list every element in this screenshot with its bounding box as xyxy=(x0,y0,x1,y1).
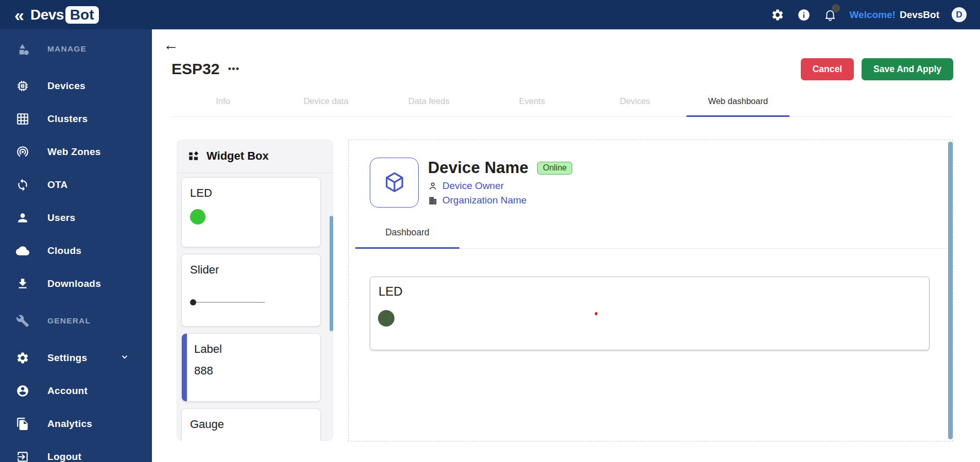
status-badge: Online xyxy=(537,162,572,175)
pages-icon xyxy=(15,417,29,431)
download-icon xyxy=(15,277,29,291)
canvas-scrollbar[interactable] xyxy=(948,142,953,439)
avatar[interactable]: D xyxy=(952,7,967,22)
device-header: Device Name Online Device Owner Organiza… xyxy=(370,158,953,208)
brand-logo[interactable]: Devs Bot xyxy=(30,6,99,24)
broadcast-icon xyxy=(15,145,29,159)
widget-card-gauge[interactable]: Gauge xyxy=(181,408,321,441)
sidebar-item-clusters[interactable]: Clusters xyxy=(0,102,152,135)
device-owner-link[interactable]: Device Owner xyxy=(442,180,504,192)
page-title: ESP32 xyxy=(171,60,219,78)
sidebar-item-settings[interactable]: Settings xyxy=(0,341,152,374)
widget-box-header: Widget Box xyxy=(177,140,333,173)
device-avatar xyxy=(370,158,419,208)
sidebar-item-account[interactable]: Account xyxy=(0,374,152,407)
sidebar-section-general: GENERAL xyxy=(0,304,152,337)
notification-badge xyxy=(832,4,840,12)
building-icon xyxy=(428,196,438,206)
tab-info[interactable]: Info xyxy=(171,96,274,116)
sidebar-item-label: OTA xyxy=(47,179,68,191)
sync-icon xyxy=(15,178,29,192)
sidebar-item-clouds[interactable]: Clouds xyxy=(0,234,152,267)
person-icon xyxy=(428,181,438,191)
user-menu[interactable]: Welcome! DevsBot xyxy=(850,9,939,21)
save-and-apply-button[interactable]: Save And Apply xyxy=(862,58,953,80)
cube-icon xyxy=(382,170,407,195)
cloud-icon xyxy=(15,244,29,258)
chevron-down-icon xyxy=(120,352,129,364)
user-icon xyxy=(15,211,29,225)
dashboard-canvas: Device Name Online Device Owner Organiza… xyxy=(348,140,953,441)
brand-bot-text: Bot xyxy=(65,6,99,24)
sidebar-item-web-zones[interactable]: Web Zones xyxy=(0,135,152,168)
bell-icon[interactable] xyxy=(823,8,837,22)
sidebar-item-users[interactable]: Users xyxy=(0,201,152,234)
gear-icon[interactable] xyxy=(771,8,785,22)
welcome-text: Welcome! xyxy=(850,9,896,21)
chip-icon xyxy=(15,79,29,93)
sidebar-item-label: Web Zones xyxy=(47,146,101,158)
info-icon[interactable] xyxy=(797,8,811,22)
widget-box-scrollbar[interactable] xyxy=(330,216,333,331)
topbar: « Devs Bot Welcome! DevsBot D xyxy=(0,0,980,29)
slider-knob[interactable] xyxy=(190,299,196,305)
widget-label: Gauge xyxy=(190,418,312,431)
sidebar-item-label: Downloads xyxy=(47,278,101,289)
more-menu-icon[interactable]: ••• xyxy=(228,63,239,75)
sidebar-item-label: Settings xyxy=(47,352,87,364)
widget-label: LED xyxy=(190,186,312,200)
widget-value: 888 xyxy=(194,364,312,378)
slider-control[interactable] xyxy=(190,299,312,305)
device-name: Device Name xyxy=(428,159,528,177)
widget-label: LED xyxy=(379,284,921,299)
sidebar-collapse-icon[interactable]: « xyxy=(14,6,23,24)
topbar-actions: Welcome! DevsBot D xyxy=(771,7,967,22)
led-indicator-off[interactable] xyxy=(378,310,394,327)
page-header: ESP32 ••• Cancel Save And Apply xyxy=(152,54,980,81)
tab-events[interactable]: Events xyxy=(480,96,583,116)
tab-web-dashboard[interactable]: Web dashboard xyxy=(686,96,789,117)
sidebar: MANAGE Devices Clusters Web Zones OTA xyxy=(0,29,152,462)
user-name: DevsBot xyxy=(900,9,939,21)
sidebar-item-label: Logout xyxy=(47,451,81,462)
slider-track xyxy=(196,302,265,303)
sidebar-item-label: Clusters xyxy=(47,113,88,125)
widget-card-label[interactable]: Label 888 xyxy=(181,333,321,402)
widget-box-title: Widget Box xyxy=(207,149,269,163)
tab-data-feeds[interactable]: Data feeds xyxy=(377,96,480,116)
main-content: ← ESP32 ••• Cancel Save And Apply Info D… xyxy=(152,29,980,462)
back-arrow-icon[interactable]: ← xyxy=(163,37,182,54)
section-label: MANAGE xyxy=(47,44,87,54)
sidebar-item-label: Account xyxy=(47,385,88,397)
placed-led-widget[interactable]: LED xyxy=(370,277,930,350)
widget-label: Label xyxy=(194,343,312,356)
cancel-button[interactable]: Cancel xyxy=(801,58,854,80)
sidebar-item-label: Clouds xyxy=(47,245,81,256)
sidebar-section-manage: MANAGE xyxy=(0,32,152,65)
sidebar-item-downloads[interactable]: Downloads xyxy=(0,267,152,300)
sidebar-item-label: Analytics xyxy=(47,418,92,430)
device-tabs: Info Device data Data feeds Events Devic… xyxy=(171,96,953,117)
led-indicator-on xyxy=(190,209,205,225)
widget-box-panel: Widget Box LED Slider xyxy=(177,140,333,441)
label-accent-stripe xyxy=(182,334,187,401)
logout-icon xyxy=(15,450,29,462)
tab-devices[interactable]: Devices xyxy=(583,96,686,116)
sidebar-item-analytics[interactable]: Analytics xyxy=(0,407,152,440)
sidebar-item-label: Devices xyxy=(47,80,85,92)
widget-card-slider[interactable]: Slider xyxy=(181,254,321,327)
brand-devs-text: Devs xyxy=(30,7,64,23)
widget-label: Slider xyxy=(190,263,312,277)
sidebar-item-ota[interactable]: OTA xyxy=(0,168,152,201)
shapes-icon xyxy=(15,42,29,56)
organization-link[interactable]: Organization Name xyxy=(442,195,527,206)
gear-icon xyxy=(15,351,29,365)
cursor-dot xyxy=(595,312,597,315)
section-label: GENERAL xyxy=(47,316,91,326)
tab-dashboard[interactable]: Dashboard xyxy=(355,227,459,249)
widget-card-led[interactable]: LED xyxy=(181,177,321,247)
grid-icon xyxy=(15,112,29,126)
sidebar-item-logout[interactable]: Logout xyxy=(0,440,152,462)
tab-device-data[interactable]: Device data xyxy=(274,96,377,116)
sidebar-item-devices[interactable]: Devices xyxy=(0,70,152,102)
